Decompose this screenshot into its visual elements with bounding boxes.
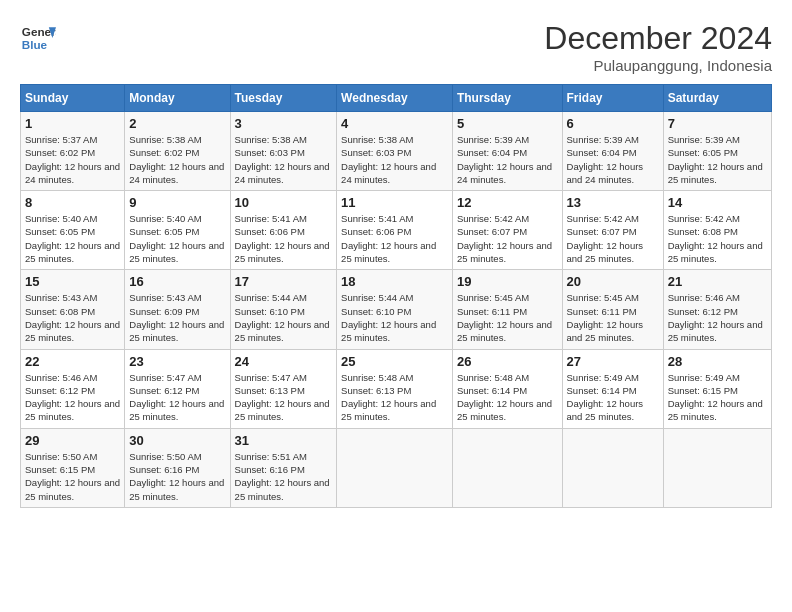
day-number: 16 — [129, 274, 225, 289]
day-number: 9 — [129, 195, 225, 210]
calendar-cell: 8 Sunrise: 5:40 AMSunset: 6:05 PMDayligh… — [21, 191, 125, 270]
calendar-cell: 12 Sunrise: 5:42 AMSunset: 6:07 PMDaylig… — [452, 191, 562, 270]
day-info: Sunrise: 5:45 AMSunset: 6:11 PMDaylight:… — [567, 292, 644, 343]
day-info: Sunrise: 5:49 AMSunset: 6:14 PMDaylight:… — [567, 372, 644, 423]
day-number: 25 — [341, 354, 448, 369]
day-info: Sunrise: 5:41 AMSunset: 6:06 PMDaylight:… — [235, 213, 330, 264]
calendar-body: 1 Sunrise: 5:37 AMSunset: 6:02 PMDayligh… — [21, 112, 772, 508]
calendar-cell: 9 Sunrise: 5:40 AMSunset: 6:05 PMDayligh… — [125, 191, 230, 270]
day-info: Sunrise: 5:38 AMSunset: 6:02 PMDaylight:… — [129, 134, 224, 185]
calendar-week-4: 22 Sunrise: 5:46 AMSunset: 6:12 PMDaylig… — [21, 349, 772, 428]
day-number: 11 — [341, 195, 448, 210]
day-info: Sunrise: 5:50 AMSunset: 6:15 PMDaylight:… — [25, 451, 120, 502]
calendar-cell: 31 Sunrise: 5:51 AMSunset: 6:16 PMDaylig… — [230, 428, 337, 507]
day-info: Sunrise: 5:40 AMSunset: 6:05 PMDaylight:… — [25, 213, 120, 264]
day-info: Sunrise: 5:46 AMSunset: 6:12 PMDaylight:… — [668, 292, 763, 343]
month-title: December 2024 — [544, 20, 772, 57]
day-number: 22 — [25, 354, 120, 369]
day-info: Sunrise: 5:39 AMSunset: 6:05 PMDaylight:… — [668, 134, 763, 185]
day-number: 6 — [567, 116, 659, 131]
day-number: 5 — [457, 116, 558, 131]
weekday-tuesday: Tuesday — [230, 85, 337, 112]
day-number: 4 — [341, 116, 448, 131]
calendar-cell: 1 Sunrise: 5:37 AMSunset: 6:02 PMDayligh… — [21, 112, 125, 191]
day-number: 29 — [25, 433, 120, 448]
calendar-cell: 17 Sunrise: 5:44 AMSunset: 6:10 PMDaylig… — [230, 270, 337, 349]
calendar-cell: 7 Sunrise: 5:39 AMSunset: 6:05 PMDayligh… — [663, 112, 771, 191]
calendar-cell: 23 Sunrise: 5:47 AMSunset: 6:12 PMDaylig… — [125, 349, 230, 428]
calendar-cell: 26 Sunrise: 5:48 AMSunset: 6:14 PMDaylig… — [452, 349, 562, 428]
calendar-cell: 15 Sunrise: 5:43 AMSunset: 6:08 PMDaylig… — [21, 270, 125, 349]
day-info: Sunrise: 5:42 AMSunset: 6:08 PMDaylight:… — [668, 213, 763, 264]
weekday-header-row: SundayMondayTuesdayWednesdayThursdayFrid… — [21, 85, 772, 112]
weekday-friday: Friday — [562, 85, 663, 112]
page-header: General Blue December 2024 Pulaupanggung… — [20, 20, 772, 74]
logo: General Blue — [20, 20, 56, 56]
day-number: 2 — [129, 116, 225, 131]
day-info: Sunrise: 5:48 AMSunset: 6:13 PMDaylight:… — [341, 372, 436, 423]
calendar-cell — [337, 428, 453, 507]
calendar-cell: 21 Sunrise: 5:46 AMSunset: 6:12 PMDaylig… — [663, 270, 771, 349]
calendar-cell — [452, 428, 562, 507]
day-info: Sunrise: 5:48 AMSunset: 6:14 PMDaylight:… — [457, 372, 552, 423]
day-number: 15 — [25, 274, 120, 289]
day-number: 13 — [567, 195, 659, 210]
calendar-week-2: 8 Sunrise: 5:40 AMSunset: 6:05 PMDayligh… — [21, 191, 772, 270]
weekday-saturday: Saturday — [663, 85, 771, 112]
day-number: 18 — [341, 274, 448, 289]
calendar-cell: 14 Sunrise: 5:42 AMSunset: 6:08 PMDaylig… — [663, 191, 771, 270]
calendar-cell: 20 Sunrise: 5:45 AMSunset: 6:11 PMDaylig… — [562, 270, 663, 349]
calendar-cell: 28 Sunrise: 5:49 AMSunset: 6:15 PMDaylig… — [663, 349, 771, 428]
calendar-cell: 10 Sunrise: 5:41 AMSunset: 6:06 PMDaylig… — [230, 191, 337, 270]
day-number: 24 — [235, 354, 333, 369]
day-number: 14 — [668, 195, 767, 210]
title-area: December 2024 Pulaupanggung, Indonesia — [544, 20, 772, 74]
day-info: Sunrise: 5:40 AMSunset: 6:05 PMDaylight:… — [129, 213, 224, 264]
day-info: Sunrise: 5:43 AMSunset: 6:08 PMDaylight:… — [25, 292, 120, 343]
day-info: Sunrise: 5:38 AMSunset: 6:03 PMDaylight:… — [235, 134, 330, 185]
calendar-cell: 27 Sunrise: 5:49 AMSunset: 6:14 PMDaylig… — [562, 349, 663, 428]
day-number: 20 — [567, 274, 659, 289]
day-info: Sunrise: 5:44 AMSunset: 6:10 PMDaylight:… — [235, 292, 330, 343]
day-number: 30 — [129, 433, 225, 448]
calendar-cell: 4 Sunrise: 5:38 AMSunset: 6:03 PMDayligh… — [337, 112, 453, 191]
day-number: 27 — [567, 354, 659, 369]
calendar-cell: 3 Sunrise: 5:38 AMSunset: 6:03 PMDayligh… — [230, 112, 337, 191]
day-info: Sunrise: 5:51 AMSunset: 6:16 PMDaylight:… — [235, 451, 330, 502]
day-number: 3 — [235, 116, 333, 131]
weekday-monday: Monday — [125, 85, 230, 112]
calendar-cell: 22 Sunrise: 5:46 AMSunset: 6:12 PMDaylig… — [21, 349, 125, 428]
day-info: Sunrise: 5:47 AMSunset: 6:12 PMDaylight:… — [129, 372, 224, 423]
day-number: 10 — [235, 195, 333, 210]
day-number: 17 — [235, 274, 333, 289]
day-info: Sunrise: 5:49 AMSunset: 6:15 PMDaylight:… — [668, 372, 763, 423]
calendar-week-1: 1 Sunrise: 5:37 AMSunset: 6:02 PMDayligh… — [21, 112, 772, 191]
weekday-sunday: Sunday — [21, 85, 125, 112]
day-number: 1 — [25, 116, 120, 131]
calendar-cell — [663, 428, 771, 507]
day-number: 31 — [235, 433, 333, 448]
day-number: 28 — [668, 354, 767, 369]
svg-text:Blue: Blue — [22, 38, 48, 51]
day-number: 19 — [457, 274, 558, 289]
calendar-cell: 13 Sunrise: 5:42 AMSunset: 6:07 PMDaylig… — [562, 191, 663, 270]
day-info: Sunrise: 5:44 AMSunset: 6:10 PMDaylight:… — [341, 292, 436, 343]
calendar-week-5: 29 Sunrise: 5:50 AMSunset: 6:15 PMDaylig… — [21, 428, 772, 507]
day-info: Sunrise: 5:38 AMSunset: 6:03 PMDaylight:… — [341, 134, 436, 185]
day-info: Sunrise: 5:39 AMSunset: 6:04 PMDaylight:… — [457, 134, 552, 185]
weekday-thursday: Thursday — [452, 85, 562, 112]
generalblue-logo-icon: General Blue — [20, 20, 56, 56]
calendar-cell: 5 Sunrise: 5:39 AMSunset: 6:04 PMDayligh… — [452, 112, 562, 191]
day-info: Sunrise: 5:41 AMSunset: 6:06 PMDaylight:… — [341, 213, 436, 264]
day-number: 23 — [129, 354, 225, 369]
calendar-cell: 19 Sunrise: 5:45 AMSunset: 6:11 PMDaylig… — [452, 270, 562, 349]
calendar-cell: 25 Sunrise: 5:48 AMSunset: 6:13 PMDaylig… — [337, 349, 453, 428]
day-info: Sunrise: 5:45 AMSunset: 6:11 PMDaylight:… — [457, 292, 552, 343]
day-info: Sunrise: 5:37 AMSunset: 6:02 PMDaylight:… — [25, 134, 120, 185]
calendar-week-3: 15 Sunrise: 5:43 AMSunset: 6:08 PMDaylig… — [21, 270, 772, 349]
calendar-cell: 2 Sunrise: 5:38 AMSunset: 6:02 PMDayligh… — [125, 112, 230, 191]
calendar-cell: 24 Sunrise: 5:47 AMSunset: 6:13 PMDaylig… — [230, 349, 337, 428]
calendar-cell: 11 Sunrise: 5:41 AMSunset: 6:06 PMDaylig… — [337, 191, 453, 270]
calendar-cell: 30 Sunrise: 5:50 AMSunset: 6:16 PMDaylig… — [125, 428, 230, 507]
day-number: 21 — [668, 274, 767, 289]
